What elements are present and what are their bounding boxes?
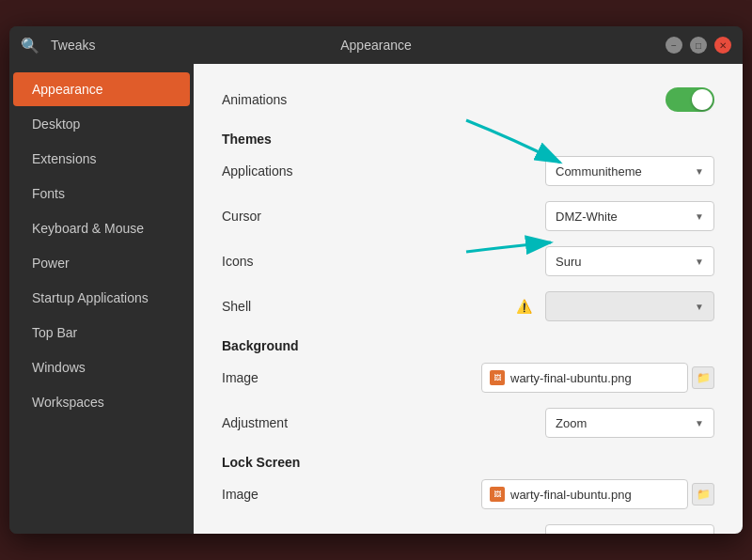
chevron-down-icon: ▼ <box>695 302 704 312</box>
titlebar: 🔍 Tweaks Appearance − □ ✕ <box>9 26 743 64</box>
window-controls: − □ ✕ <box>666 37 731 54</box>
applications-row: Applications Communitheme ▼ <box>222 154 714 188</box>
sidebar-item-startup-applications[interactable]: Startup Applications <box>13 281 190 315</box>
background-image-browse-button[interactable]: 📁 <box>692 366 714 389</box>
main-wrapper: Animations Themes Applications Communith… <box>194 64 743 534</box>
icons-row: Icons Suru ▼ <box>222 244 714 278</box>
toggle-knob <box>692 89 713 110</box>
minimize-button[interactable]: − <box>666 37 682 54</box>
background-image-label: Image <box>222 370 335 385</box>
lockscreen-image-field[interactable]: 🖼 warty-final-ubuntu.png <box>481 479 688 509</box>
warning-icon: ⚠️ <box>516 299 532 314</box>
app-name: Tweaks <box>51 38 95 53</box>
sidebar: Appearance Desktop Extensions Fonts Keyb… <box>9 64 194 534</box>
shell-label: Shell <box>222 299 335 314</box>
search-icon[interactable]: 🔍 <box>21 37 39 54</box>
lockscreen-adjustment-dropdown[interactable]: Zoom ▼ <box>545 524 714 534</box>
content-area: Appearance Desktop Extensions Fonts Keyb… <box>9 64 743 534</box>
sidebar-item-appearance[interactable]: Appearance <box>13 72 190 106</box>
sidebar-item-extensions[interactable]: Extensions <box>13 142 190 176</box>
themes-header: Themes <box>222 132 714 147</box>
chevron-down-icon: ▼ <box>695 418 704 428</box>
sidebar-item-fonts[interactable]: Fonts <box>13 177 190 210</box>
animations-row: Animations <box>222 83 714 117</box>
lockscreen-image-thumbnail-icon: 🖼 <box>490 487 505 502</box>
sidebar-item-windows[interactable]: Windows <box>13 350 190 384</box>
animations-toggle[interactable] <box>666 87 714 112</box>
background-adjustment-row: Adjustment Zoom ▼ <box>222 406 714 440</box>
chevron-down-icon: ▼ <box>695 211 704 222</box>
chevron-down-icon: ▼ <box>695 257 704 267</box>
cursor-row: Cursor DMZ-White ▼ <box>222 199 714 233</box>
icons-label: Icons <box>222 254 335 269</box>
background-header: Background <box>222 338 714 353</box>
background-image-field[interactable]: 🖼 warty-final-ubuntu.png <box>481 363 688 393</box>
shell-dropdown[interactable]: ▼ <box>545 291 714 321</box>
sidebar-item-keyboard-mouse[interactable]: Keyboard & Mouse <box>13 211 190 245</box>
applications-label: Applications <box>222 163 335 179</box>
animations-label: Animations <box>222 92 335 107</box>
shell-row: Shell ⚠️ ▼ <box>222 289 714 323</box>
lockscreen-adjustment-row: Adjustment Zoom ▼ <box>222 522 714 534</box>
sidebar-item-workspaces[interactable]: Workspaces <box>13 385 190 419</box>
background-adjustment-dropdown[interactable]: Zoom ▼ <box>545 408 714 438</box>
app-window: 🔍 Tweaks Appearance − □ ✕ Appearance Des… <box>9 26 743 534</box>
sidebar-item-power[interactable]: Power <box>13 246 190 280</box>
lockscreen-adjustment-label: Adjustment <box>222 532 335 534</box>
lockscreen-header: Lock Screen <box>222 455 714 470</box>
background-image-row: Image 🖼 warty-final-ubuntu.png 📁 <box>222 361 714 395</box>
folder-icon: 📁 <box>697 371 711 384</box>
icons-dropdown[interactable]: Suru ▼ <box>545 246 714 276</box>
main-content: Animations Themes Applications Communith… <box>194 64 743 534</box>
sidebar-item-desktop[interactable]: Desktop <box>13 107 190 141</box>
sidebar-item-top-bar[interactable]: Top Bar <box>13 316 190 350</box>
lockscreen-image-row: Image 🖼 warty-final-ubuntu.png 📁 <box>222 477 714 511</box>
maximize-button[interactable]: □ <box>690 37 707 54</box>
cursor-dropdown[interactable]: DMZ-White ▼ <box>545 201 714 231</box>
folder-icon: 📁 <box>697 488 711 501</box>
close-button[interactable]: ✕ <box>714 37 731 54</box>
lockscreen-image-label: Image <box>222 487 335 502</box>
lockscreen-image-browse-button[interactable]: 📁 <box>692 483 714 506</box>
window-title: Appearance <box>340 38 412 53</box>
image-thumbnail-icon: 🖼 <box>490 370 505 385</box>
applications-dropdown[interactable]: Communitheme ▼ <box>545 156 714 186</box>
background-adjustment-label: Adjustment <box>222 415 335 430</box>
cursor-label: Cursor <box>222 209 335 224</box>
chevron-down-icon: ▼ <box>695 166 704 177</box>
